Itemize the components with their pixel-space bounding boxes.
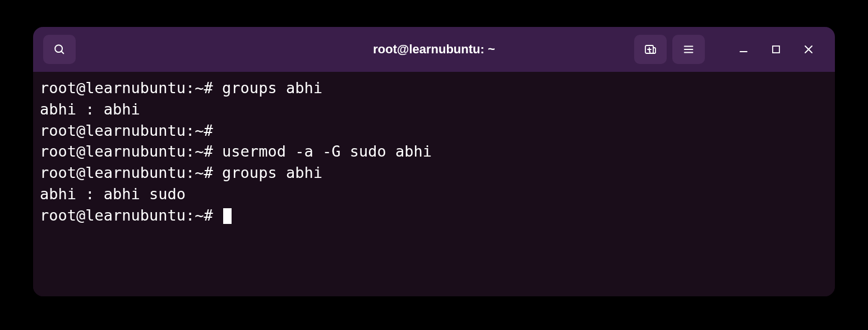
window-controls (727, 35, 825, 64)
terminal-line: root@learnubuntu:~# groups abhi (40, 77, 828, 99)
maximize-icon (772, 45, 781, 54)
new-tab-button[interactable] (634, 35, 667, 64)
terminal-prompt: root@learnubuntu:~# (40, 207, 222, 224)
titlebar: root@learnubuntu: ~ (33, 27, 835, 72)
minimize-icon (738, 44, 749, 54)
search-button[interactable] (43, 35, 76, 64)
titlebar-right (634, 35, 825, 64)
menu-button[interactable] (672, 35, 705, 64)
terminal-body[interactable]: root@learnubuntu:~# groups abhi abhi : a… (33, 72, 835, 296)
close-button[interactable] (792, 35, 825, 64)
minimize-button[interactable] (727, 35, 760, 64)
search-icon (53, 43, 66, 56)
terminal-line: root@learnubuntu:~# usermod -a -G sudo a… (40, 141, 828, 162)
window-title: root@learnubuntu: ~ (373, 42, 495, 57)
close-icon (804, 44, 814, 54)
terminal-window: root@learnubuntu: ~ (33, 27, 835, 296)
terminal-line: root@learnubuntu:~# groups abhi (40, 162, 828, 184)
new-tab-icon (644, 43, 657, 56)
terminal-line: root@learnubuntu:~# (40, 120, 828, 141)
maximize-button[interactable] (760, 35, 792, 64)
terminal-line: abhi : abhi (40, 99, 828, 120)
cursor (223, 208, 232, 224)
hamburger-icon (682, 43, 695, 56)
terminal-prompt-line: root@learnubuntu:~# (40, 205, 828, 226)
svg-line-1 (61, 51, 63, 53)
svg-rect-9 (773, 46, 779, 53)
terminal-line: abhi : abhi sudo (40, 184, 828, 205)
